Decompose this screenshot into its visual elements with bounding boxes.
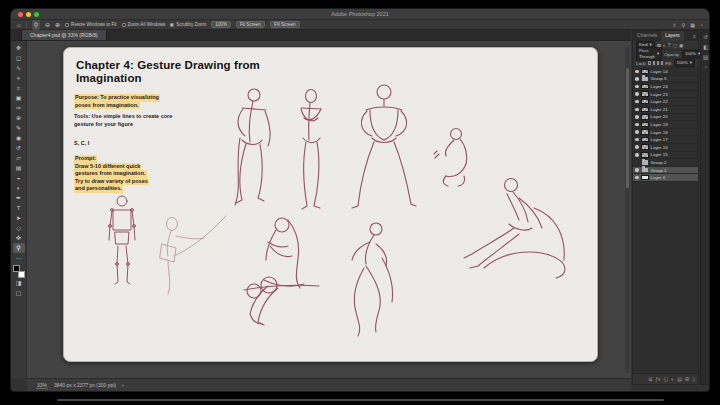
lock-pixels-icon[interactable] <box>653 61 655 65</box>
search-icon[interactable]: ⚲ <box>682 22 686 28</box>
fill-field[interactable]: 100%▾ <box>674 59 695 67</box>
color-panel-icon[interactable]: ◧ <box>703 44 708 50</box>
adjustments-panel-icon[interactable]: ◔ <box>704 64 707 70</box>
layer-row-selected[interactable]: Layer 0 <box>633 174 698 182</box>
lock-position-icon[interactable] <box>657 61 659 65</box>
panel-menu-icon[interactable]: ≡ <box>693 31 698 41</box>
zoom-window-button[interactable] <box>34 12 39 17</box>
visibility-eye-icon[interactable] <box>635 123 639 127</box>
layout-icon[interactable]: ▦ <box>690 22 695 28</box>
visibility-eye-icon[interactable] <box>635 176 639 180</box>
layer-row[interactable]: Layer 18 <box>633 129 698 137</box>
eyedropper-tool[interactable]: ✑ <box>13 103 25 113</box>
layer-row[interactable]: Layer 17 <box>633 136 698 144</box>
tab-channels[interactable]: Channels <box>633 31 661 41</box>
history-panel-icon[interactable]: ↺ <box>703 34 708 40</box>
layer-row[interactable]: Layer 22 <box>633 98 698 106</box>
quick-mask-icon[interactable]: ◨ <box>13 278 25 288</box>
blend-mode-select[interactable]: Pass Through▾ <box>636 47 662 61</box>
workspace-icon[interactable]: ◔ <box>700 22 703 28</box>
zoom-tool[interactable]: ⚲ <box>13 243 25 253</box>
screen-mode-icon[interactable]: ▢ <box>13 288 25 298</box>
blur-tool[interactable]: ◒ <box>13 173 25 183</box>
close-window-button[interactable] <box>18 12 23 17</box>
adjustment-layer-icon[interactable]: ◐ <box>671 376 674 382</box>
fill-screen-button[interactable]: Fill Screen <box>270 21 300 28</box>
object-selection-tool[interactable]: ⌖ <box>13 73 25 83</box>
filter-type-icon[interactable]: T <box>668 43 671 48</box>
dodge-tool[interactable]: ◐ <box>13 183 25 193</box>
visibility-eye-icon[interactable] <box>635 100 639 104</box>
color-swatches[interactable] <box>13 265 25 278</box>
layer-mask-icon[interactable]: ◱ <box>664 376 669 382</box>
group-row-selected[interactable]: Group 1 <box>633 167 698 175</box>
edit-toolbar-icon[interactable]: ⋯ <box>13 253 25 263</box>
pen-tool[interactable]: ✒ <box>13 193 25 203</box>
type-tool[interactable]: T <box>13 203 25 213</box>
libraries-panel-icon[interactable]: ▤ <box>703 54 708 60</box>
visibility-eye-icon[interactable] <box>635 115 639 119</box>
home-icon[interactable]: ⌂ <box>17 20 21 30</box>
zoom-in-icon[interactable]: ⊕ <box>55 20 60 30</box>
lock-all-icon[interactable] <box>661 61 663 65</box>
healing-brush-tool[interactable]: ⊕ <box>13 113 25 123</box>
clone-stamp-tool[interactable]: ◉ <box>13 133 25 143</box>
visibility-eye-icon[interactable] <box>635 108 639 112</box>
zoom-tool-preset-icon[interactable]: ⚲ <box>32 20 40 30</box>
visibility-eye-icon[interactable] <box>635 77 639 81</box>
status-chevron-icon[interactable]: › <box>122 382 124 388</box>
move-tool[interactable]: ✥ <box>13 43 25 53</box>
background-color-swatch[interactable] <box>18 271 25 278</box>
visibility-eye-icon[interactable] <box>635 161 639 165</box>
visibility-eye-icon[interactable] <box>635 130 639 134</box>
path-selection-tool[interactable]: ➤ <box>13 213 25 223</box>
filter-smart-object-icon[interactable]: ▣ <box>679 43 683 48</box>
history-brush-tool[interactable]: ↺ <box>13 143 25 153</box>
resize-windows-checkbox[interactable]: Resize Windows to Fit <box>65 22 116 27</box>
new-layer-icon[interactable]: ⊞ <box>685 376 689 382</box>
marquee-tool[interactable]: ◻ <box>13 53 25 63</box>
layer-row[interactable]: Layer 16 <box>633 144 698 152</box>
hand-tool[interactable]: ✜ <box>13 233 25 243</box>
zoom-out-icon[interactable]: ⊖ <box>45 20 50 30</box>
brush-tool[interactable]: ✎ <box>13 123 25 133</box>
visibility-eye-icon[interactable] <box>635 92 639 96</box>
delete-layer-icon[interactable]: ▯ <box>692 376 695 382</box>
minimize-window-button[interactable] <box>26 12 31 17</box>
layer-row[interactable]: Layer 20 <box>633 114 698 122</box>
visibility-eye-icon[interactable] <box>635 153 639 157</box>
scrollbar-thumb[interactable] <box>626 68 629 188</box>
visibility-eye-icon[interactable] <box>635 85 639 89</box>
link-layers-icon[interactable]: ⧉ <box>649 376 653 383</box>
zoom-level-field[interactable]: 33% <box>36 382 48 389</box>
gradient-tool[interactable]: ▤ <box>13 163 25 173</box>
frame-tool[interactable]: ▣ <box>13 93 25 103</box>
visibility-eye-icon[interactable] <box>635 168 639 172</box>
layer-row[interactable]: Layer 19 <box>633 121 698 129</box>
lock-transparency-icon[interactable] <box>648 61 650 65</box>
fit-screen-button[interactable]: Fit Screen <box>236 21 265 28</box>
new-group-icon[interactable]: ▤ <box>677 376 682 382</box>
shape-tool[interactable]: ◇ <box>13 223 25 233</box>
tab-layers[interactable]: Layers <box>661 31 683 41</box>
document-canvas[interactable]: Chapter 4: Gesture Drawing from Imaginat… <box>63 47 598 362</box>
visibility-eye-icon[interactable] <box>635 70 639 74</box>
layer-row[interactable]: Layer 24 <box>633 83 698 91</box>
layer-row[interactable]: Layer 23 <box>633 91 698 99</box>
filter-adjustment-icon[interactable]: ◐ <box>663 43 666 48</box>
visibility-eye-icon[interactable] <box>635 138 639 142</box>
lasso-tool[interactable]: ∿ <box>13 63 25 73</box>
canvas-scrollbar[interactable] <box>625 46 630 373</box>
layer-row[interactable]: Layer 21 <box>633 106 698 114</box>
layer-effects-icon[interactable]: ƒx <box>655 376 660 382</box>
crop-tool[interactable]: ⌗ <box>13 83 25 93</box>
scrubby-zoom-checkbox[interactable]: ✓ Scrubby Zoom <box>170 22 206 27</box>
eraser-tool[interactable]: ▱ <box>13 153 25 163</box>
layer-row[interactable]: Layer 15 <box>633 152 698 160</box>
visibility-eye-icon[interactable] <box>635 145 639 149</box>
foreground-color-swatch[interactable] <box>13 265 20 272</box>
share-icon[interactable]: ⇪ <box>672 22 676 28</box>
filter-shape-icon[interactable]: ▢ <box>673 43 677 48</box>
document-tab[interactable]: Chapter4.psd @ 33% (RGB/8) <box>21 30 107 40</box>
group-row[interactable]: Group 5 <box>633 76 698 84</box>
